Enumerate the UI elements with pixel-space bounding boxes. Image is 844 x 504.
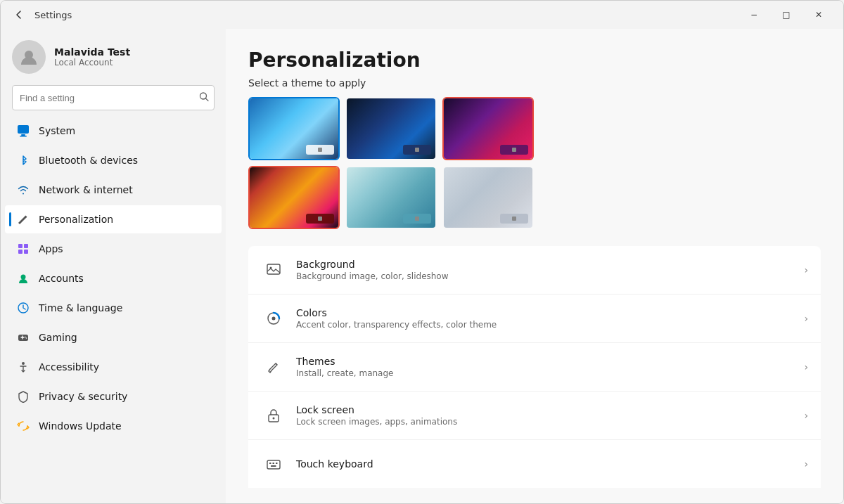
back-button[interactable]	[9, 5, 29, 25]
nav-item-accounts[interactable]: Accounts	[5, 264, 222, 292]
nav-item-bluetooth[interactable]: Bluetooth & devices	[5, 146, 222, 174]
user-name: Malavida Test	[54, 46, 130, 58]
svg-point-18	[272, 317, 276, 321]
network-label: Network & internet	[39, 184, 133, 195]
nav-item-gaming[interactable]: Gaming	[5, 323, 222, 351]
maximize-button[interactable]: □	[770, 4, 803, 26]
settings-item-lockscreen[interactable]: Lock screen Lock screen images, apps, an…	[248, 392, 821, 440]
apps-label: Apps	[39, 243, 63, 254]
touchkeyboard-text: Touch keyboard	[296, 458, 804, 470]
colors-title: Colors	[296, 307, 804, 318]
close-button[interactable]: ✕	[803, 4, 835, 26]
lockscreen-text: Lock screen Lock screen images, apps, an…	[296, 404, 804, 427]
background-icon	[261, 257, 286, 283]
apps-icon	[16, 242, 30, 256]
theme-card-3[interactable]	[442, 97, 534, 160]
colors-chevron: ›	[804, 313, 808, 324]
privacy-label: Privacy & security	[39, 391, 127, 402]
settings-item-background[interactable]: Background Background image, color, slid…	[248, 246, 821, 295]
svg-rect-23	[273, 463, 275, 464]
titlebar: Settings − □ ✕	[1, 1, 843, 29]
network-icon	[16, 183, 30, 197]
user-account-type: Local Account	[54, 58, 130, 67]
lockscreen-chevron: ›	[804, 410, 808, 421]
theme-card-2[interactable]	[345, 97, 437, 160]
nav-item-system[interactable]: System	[5, 117, 222, 145]
accounts-label: Accounts	[39, 273, 84, 284]
svg-point-20	[273, 418, 275, 420]
theme-card-5[interactable]	[345, 166, 437, 229]
touchkeyboard-chevron: ›	[804, 458, 808, 470]
svg-rect-3	[21, 134, 25, 136]
nav-item-apps[interactable]: Apps	[5, 235, 222, 263]
theme-1-preview	[250, 98, 338, 159]
nav-item-time[interactable]: Time & language	[5, 294, 222, 322]
svg-rect-4	[20, 136, 27, 137]
theme-4-preview	[250, 167, 338, 228]
user-section: Malavida Test Local Account	[1, 29, 226, 82]
theme-5-taskbar	[403, 214, 431, 224]
svg-point-14	[22, 362, 25, 365]
system-icon	[16, 124, 30, 138]
system-label: System	[39, 125, 75, 136]
theme-3-taskbar-dot	[512, 148, 516, 152]
colors-desc: Accent color, transparency effects, colo…	[296, 320, 804, 330]
svg-rect-2	[18, 125, 29, 134]
colors-text: Colors Accent color, transparency effect…	[296, 307, 804, 330]
window-title: Settings	[34, 10, 72, 20]
theme-4-taskbar	[306, 214, 334, 224]
accessibility-label: Accessibility	[39, 361, 99, 373]
svg-rect-6	[24, 244, 28, 248]
nav-item-accessibility[interactable]: Accessibility	[5, 353, 222, 381]
svg-point-13	[26, 337, 27, 339]
settings-list: Background Background image, color, slid…	[248, 246, 821, 488]
time-icon	[16, 301, 30, 315]
theme-6-taskbar	[500, 214, 528, 224]
themes-title: Themes	[296, 356, 804, 367]
minimize-button[interactable]: −	[738, 4, 770, 26]
theme-card-6[interactable]	[442, 166, 534, 229]
settings-window: Settings − □ ✕ Malavida Test Local Accou…	[0, 0, 844, 504]
theme-card-1[interactable]	[248, 97, 340, 160]
theme-5-taskbar-dot	[415, 217, 419, 221]
personalization-label: Personalization	[39, 214, 113, 225]
theme-section-label: Select a theme to apply	[248, 77, 821, 89]
background-text: Background Background image, color, slid…	[296, 259, 804, 281]
touchkeyboard-icon	[261, 451, 286, 477]
svg-rect-8	[24, 250, 28, 254]
settings-item-colors[interactable]: Colors Accent color, transparency effect…	[248, 295, 821, 343]
theme-6-taskbar-dot	[512, 217, 516, 221]
search-input[interactable]	[12, 85, 215, 110]
nav-item-network[interactable]: Network & internet	[5, 176, 222, 204]
nav-item-privacy[interactable]: Privacy & security	[5, 382, 222, 411]
avatar	[12, 40, 46, 74]
themes-grid	[248, 97, 821, 229]
bluetooth-label: Bluetooth & devices	[39, 155, 138, 166]
lockscreen-icon	[261, 403, 286, 428]
nav-item-personalization[interactable]: Personalization	[5, 205, 222, 233]
background-title: Background	[296, 259, 804, 270]
theme-card-4[interactable]	[248, 166, 340, 229]
background-chevron: ›	[804, 264, 808, 276]
svg-point-9	[21, 275, 26, 280]
colors-icon	[261, 306, 286, 331]
theme-6-preview	[444, 167, 532, 228]
bluetooth-icon	[16, 153, 30, 167]
personalization-icon	[16, 212, 30, 226]
gaming-icon	[16, 330, 30, 344]
sidebar: Malavida Test Local Account	[1, 29, 226, 503]
themes-icon	[261, 354, 286, 380]
background-desc: Background image, color, slideshow	[296, 271, 804, 281]
update-label: Windows Update	[39, 420, 122, 432]
content-area: Malavida Test Local Account	[1, 29, 843, 503]
settings-item-themes[interactable]: Themes Install, create, manage ›	[248, 343, 821, 392]
settings-item-touchkeyboard[interactable]: Touch keyboard ›	[248, 440, 821, 488]
theme-5-preview	[347, 167, 435, 228]
search-icon	[199, 92, 209, 104]
page-title: Personalization	[248, 49, 821, 72]
theme-1-taskbar	[306, 145, 334, 155]
touchkeyboard-title: Touch keyboard	[296, 458, 804, 470]
svg-point-12	[25, 337, 26, 338]
nav-item-update[interactable]: Windows Update	[5, 412, 222, 440]
svg-rect-5	[18, 244, 23, 248]
